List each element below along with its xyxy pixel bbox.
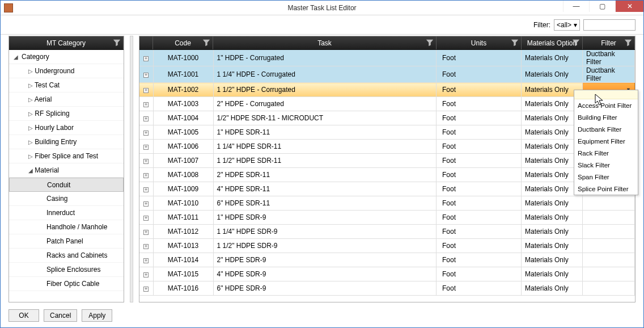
table-row[interactable]: +MAT-10131 1/2" HDPE SDR-9FootMaterials … — [139, 239, 635, 253]
filter-cell[interactable] — [583, 239, 635, 253]
minimize-button[interactable]: — — [563, 1, 589, 12]
tree-item-test-cat[interactable]: ▷ Test Cat — [9, 78, 124, 92]
task-cell[interactable]: 2" HDPE SDR-9 — [213, 253, 437, 267]
expand-cell[interactable]: + — [139, 111, 153, 125]
expand-cell[interactable]: + — [139, 253, 153, 267]
tree-item-racks-and-cabinets[interactable]: Racks and Cabinets — [9, 249, 124, 263]
category-tree[interactable]: ◢Category▷ Underground▷ Test Cat▷ Aerial… — [9, 50, 124, 302]
filter-icon[interactable] — [511, 39, 519, 47]
materials-cell[interactable]: Materials Only — [522, 267, 583, 281]
dropdown-option[interactable]: Span Filter — [574, 171, 638, 183]
task-cell[interactable]: 1 1/4" HDPE - Corrugated — [213, 66, 437, 83]
table-row[interactable]: +MAT-10142" HDPE SDR-9FootMaterials Only — [139, 253, 635, 267]
tree-item-building-entry[interactable]: ▷ Building Entry — [9, 135, 124, 149]
code-cell[interactable]: MAT-1005 — [153, 125, 213, 140]
tree-item-innerduct[interactable]: Innerduct — [9, 206, 124, 220]
filter-icon[interactable] — [624, 39, 632, 47]
table-row[interactable]: +MAT-10166" HDPE SDR-9FootMaterials Only — [139, 281, 635, 296]
expand-cell[interactable]: + — [139, 66, 153, 83]
dropdown-option[interactable]: Building Filter — [574, 111, 638, 123]
expand-cell[interactable]: + — [139, 97, 153, 111]
dropdown-blank-option[interactable] — [574, 90, 638, 99]
code-cell[interactable]: MAT-1007 — [153, 154, 213, 168]
tree-item-handhole-manhole[interactable]: Handhole / Manhole — [9, 220, 124, 234]
materials-cell[interactable]: Materials Only — [522, 66, 583, 83]
task-cell[interactable]: 1" HDPE SDR-11 — [213, 125, 437, 140]
filter-dropdown[interactable]: Access Point FilterBuilding FilterDuctba… — [574, 90, 638, 195]
apply-button[interactable]: Apply — [82, 309, 112, 322]
units-cell[interactable]: Foot — [437, 111, 522, 125]
units-cell[interactable]: Foot — [437, 168, 522, 182]
materials-cell[interactable]: Materials Only — [522, 50, 583, 66]
materials-cell[interactable]: Materials Only — [522, 211, 583, 225]
expand-cell[interactable]: + — [139, 182, 153, 196]
units-cell[interactable]: Foot — [437, 253, 522, 267]
table-row[interactable]: +MAT-10111" HDPE SDR-9FootMaterials Only — [139, 211, 635, 225]
tree-item-aerial[interactable]: ▷ Aerial — [9, 92, 124, 107]
tree-root[interactable]: ◢Category — [9, 50, 124, 64]
tree-item-fiber-optic-cable[interactable]: Fiber Optic Cable — [9, 277, 124, 291]
units-cell[interactable]: Foot — [437, 182, 522, 196]
tree-item-underground[interactable]: ▷ Underground — [9, 64, 124, 78]
code-cell[interactable]: MAT-1001 — [153, 66, 213, 83]
filter-icon[interactable] — [426, 39, 434, 47]
tree-item-casing[interactable]: Casing — [9, 192, 124, 206]
cancel-button[interactable]: Cancel — [44, 309, 77, 322]
code-cell[interactable]: MAT-1008 — [153, 168, 213, 182]
units-cell[interactable]: Foot — [437, 97, 522, 111]
task-cell[interactable]: 1" HDPE SDR-9 — [213, 211, 437, 225]
code-cell[interactable]: MAT-1016 — [153, 281, 213, 296]
code-cell[interactable]: MAT-1012 — [153, 225, 213, 239]
task-cell[interactable]: 2" HDPE SDR-11 — [213, 168, 437, 182]
table-row[interactable]: +MAT-10094" HDPE SDR-11FootMaterials Onl… — [139, 182, 635, 196]
units-cell[interactable]: Foot — [437, 225, 522, 239]
tree-item-hourly-labor[interactable]: ▷ Hourly Labor — [9, 121, 124, 135]
materials-cell[interactable]: Materials Only — [522, 239, 583, 253]
units-cell[interactable]: Foot — [437, 196, 522, 211]
code-cell[interactable]: MAT-1003 — [153, 97, 213, 111]
filter-icon[interactable] — [572, 39, 580, 47]
code-cell[interactable]: MAT-1009 — [153, 182, 213, 196]
materials-cell[interactable]: Materials Only — [522, 225, 583, 239]
units-cell[interactable]: Foot — [437, 239, 522, 253]
expand-cell[interactable]: + — [139, 83, 153, 97]
table-row[interactable]: +MAT-10051" HDPE SDR-11FootMaterials Onl… — [139, 125, 635, 140]
table-row[interactable]: +MAT-10011 1/4" HDPE - CorrugatedFootMat… — [139, 66, 635, 83]
filter-header[interactable]: Filter — [583, 36, 635, 49]
expand-cell[interactable]: + — [139, 267, 153, 281]
table-row[interactable]: +MAT-10032" HDPE - CorrugatedFootMateria… — [139, 97, 635, 111]
code-cell[interactable]: MAT-1010 — [153, 196, 213, 211]
expand-cell[interactable]: + — [139, 50, 153, 66]
task-cell[interactable]: 1 1/2" HDPE - Corrugated — [213, 83, 437, 97]
task-cell[interactable]: 6" HDPE SDR-11 — [213, 196, 437, 211]
units-cell[interactable]: Foot — [437, 125, 522, 140]
dropdown-option[interactable]: Rack Filter — [574, 147, 638, 159]
units-cell[interactable]: Foot — [437, 154, 522, 168]
task-cell[interactable]: 1/2" HDPE SDR-11 - MICRODUCT — [213, 111, 437, 125]
filter-cell[interactable] — [583, 225, 635, 239]
code-cell[interactable]: MAT-1011 — [153, 211, 213, 225]
ok-button[interactable]: OK — [9, 309, 39, 322]
expand-cell[interactable]: + — [139, 239, 153, 253]
units-cell[interactable]: Foot — [437, 281, 522, 296]
close-button[interactable]: ✕ — [615, 1, 643, 12]
task-cell[interactable]: 4" HDPE SDR-9 — [213, 267, 437, 281]
code-cell[interactable]: MAT-1000 — [153, 50, 213, 66]
table-row[interactable]: +MAT-10071 1/2" HDPE SDR-11FootMaterials… — [139, 154, 635, 168]
tree-item-conduit[interactable]: Conduit — [9, 178, 124, 192]
table-row[interactable]: +MAT-10121 1/4" HDPE SDR-9FootMaterials … — [139, 225, 635, 239]
filter-icon[interactable] — [202, 39, 210, 47]
task-cell[interactable]: 1 1/2" HDPE SDR-11 — [213, 154, 437, 168]
expand-cell[interactable]: + — [139, 281, 153, 296]
tree-item-fiber-splice-and-test[interactable]: ▷ Fiber Splice and Test — [9, 149, 124, 163]
task-grid[interactable]: +MAT-10001" HDPE - CorrugatedFootMateria… — [139, 50, 635, 296]
expand-cell[interactable]: + — [139, 125, 153, 140]
materials-cell[interactable]: Materials Only — [522, 253, 583, 267]
code-cell[interactable]: MAT-1002 — [153, 83, 213, 97]
dropdown-option[interactable]: Slack Filter — [574, 159, 638, 171]
filter-cell[interactable] — [583, 281, 635, 296]
tree-item-material[interactable]: ◢ Material — [9, 163, 124, 178]
filter-cell[interactable] — [583, 267, 635, 281]
expand-cell[interactable]: + — [139, 211, 153, 225]
table-row[interactable]: +MAT-10021 1/2" HDPE - CorrugatedFootMat… — [139, 83, 635, 97]
